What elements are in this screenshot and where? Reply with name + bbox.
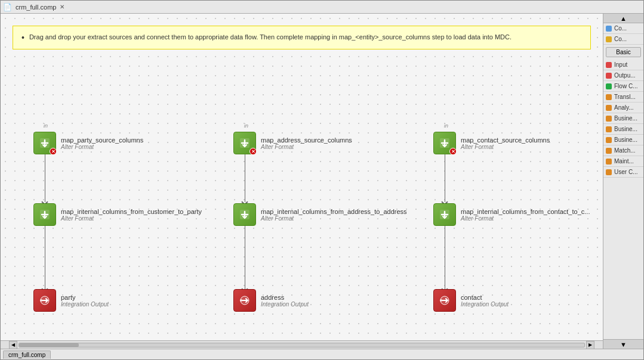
panel-item-busi2-label: Busine...	[614, 126, 637, 132]
panel-item-co2[interactable]: Co...	[603, 34, 643, 45]
node-label-9: contact Integration Output	[461, 294, 509, 308]
connector-line-3	[245, 154, 245, 202]
node-name-8: map_internal_columns_from_contact_to_c..…	[461, 208, 590, 215]
output-icon-3	[438, 294, 451, 307]
tab-close-button[interactable]: ✕	[60, 4, 64, 10]
svg-point-3	[40, 299, 42, 302]
node-name-5: map_internal_columns_from_address_to_add…	[261, 208, 407, 215]
bullet-icon: •	[21, 33, 24, 42]
match-dot	[606, 148, 612, 154]
panel-item-busi1[interactable]: Busine...	[603, 113, 643, 124]
node-contact-output[interactable]: contact Integration Output	[433, 289, 509, 312]
node-type-7: Alter Format	[461, 144, 550, 150]
node-party-output[interactable]: party Integration Output	[33, 289, 109, 312]
error-badge: ✕	[50, 148, 57, 155]
node-icon-green-6	[433, 203, 456, 226]
alter-format-icon	[38, 136, 51, 150]
node-label-4: map_address_source_columns Alter Format	[261, 136, 352, 150]
svg-point-7	[240, 299, 242, 302]
node-address-output[interactable]: address Integration Output	[233, 289, 309, 312]
panel-item-busi2[interactable]: Busine...	[603, 124, 643, 135]
connector-line-2	[45, 226, 45, 289]
node-label: map_party_source_columns Alter Format	[61, 136, 143, 150]
panel-item-busi3[interactable]: Busine...	[603, 135, 643, 145]
panel-item-transl-label: Transl...	[614, 94, 636, 100]
node-map-internal-contact[interactable]: map_internal_columns_from_contact_to_c..…	[433, 203, 590, 226]
node-name-3: party	[61, 294, 109, 301]
panel-item-flow[interactable]: Flow C...	[603, 81, 643, 92]
alter-format-icon-6	[438, 208, 451, 221]
node-map-internal-party[interactable]: map_internal_columns_from_customer_to_pa…	[33, 203, 202, 226]
output-dot	[606, 73, 612, 79]
user-dot	[606, 169, 612, 175]
panel-item-analy[interactable]: Analy...	[603, 103, 643, 113]
node-icon-green: ✕	[33, 132, 56, 154]
panel-item-match-label: Match...	[614, 147, 636, 154]
panel-item-co1[interactable]: Co...	[603, 23, 643, 34]
node-map-contact-source[interactable]: ✕ map_contact_source_columns Alter Forma…	[433, 132, 550, 154]
alter-format-icon-2	[38, 208, 51, 221]
panel-item-maint[interactable]: Maint...	[603, 156, 643, 167]
scrollbar-thumb-h	[19, 343, 79, 347]
panel-scroll-up-button[interactable]: ▲	[603, 14, 643, 23]
panel-item-co2-label: Co...	[614, 36, 627, 42]
node-icon-green-2	[33, 203, 56, 226]
busi2-dot	[606, 126, 612, 132]
node-icon-red-2	[233, 289, 256, 312]
scroll-left-button[interactable]: ◀	[9, 341, 17, 349]
bottom-bar: crm_full.comp	[1, 349, 643, 359]
horizontal-scrollbar[interactable]: ◀ ▶	[1, 340, 603, 349]
node-name-9: contact	[461, 294, 509, 301]
panel-item-co1-label: Co...	[614, 25, 627, 32]
main-canvas[interactable]: • Drag and drop your extract sources and…	[1, 14, 603, 349]
node-type-2: Alter Format	[61, 215, 202, 222]
node-map-party-source[interactable]: ✕ map_party_source_columns Alter Format	[33, 132, 143, 154]
node-type-6: Integration Output	[261, 301, 309, 308]
node-type-3: Integration Output	[61, 301, 109, 308]
node-label-7: map_contact_source_columns Alter Format	[461, 136, 550, 150]
right-panel: ▲ Co... Co... Basic Input Outpu...	[603, 14, 643, 349]
connector-line	[45, 154, 45, 202]
panel-item-maint-label: Maint...	[614, 158, 634, 165]
node-map-internal-address[interactable]: map_internal_columns_from_address_to_add…	[233, 203, 407, 226]
co2-dot	[606, 36, 612, 42]
node-name-7: map_contact_source_columns	[461, 136, 550, 144]
node-name-4: map_address_source_columns	[261, 136, 352, 144]
node-label-5: map_internal_columns_from_address_to_add…	[261, 208, 407, 222]
co1-dot	[606, 26, 612, 32]
node-name-2: map_internal_columns_from_customer_to_pa…	[61, 208, 202, 215]
panel-item-user[interactable]: User C...	[603, 167, 643, 178]
panel-item-transl[interactable]: Transl...	[603, 92, 643, 103]
panel-item-output[interactable]: Outpu...	[603, 70, 643, 81]
panel-item-match[interactable]: Match...	[603, 145, 643, 156]
input-dot	[606, 62, 612, 68]
alter-format-icon-5	[438, 136, 451, 150]
panel-item-flow-label: Flow C...	[614, 83, 637, 89]
analy-dot	[606, 105, 612, 111]
busi3-dot	[606, 137, 612, 143]
node-type: Alter Format	[61, 144, 143, 150]
in-label-address: in	[244, 123, 248, 129]
svg-point-11	[440, 299, 442, 302]
flow-dot	[606, 83, 612, 89]
bottom-tab[interactable]: crm_full.comp	[3, 350, 51, 359]
panel-item-analy-label: Analy...	[614, 104, 634, 111]
content-area: • Drag and drop your extract sources and…	[1, 14, 643, 349]
alter-format-icon-3	[238, 136, 251, 150]
error-badge-2: ✕	[249, 148, 257, 155]
alter-format-icon-4	[238, 208, 251, 221]
output-icon	[38, 294, 51, 307]
maint-dot	[606, 159, 612, 165]
basic-button[interactable]: Basic	[606, 47, 641, 57]
banner-text: Drag and drop your extract sources and c…	[29, 33, 511, 41]
connector-line-6	[445, 226, 445, 289]
connector-line-5	[445, 154, 445, 202]
panel-scroll-down-button[interactable]: ▼	[603, 339, 643, 349]
file-icon: 📄	[3, 3, 12, 11]
scroll-right-button[interactable]: ▶	[586, 341, 594, 349]
panel-item-input[interactable]: Input	[603, 60, 643, 70]
node-icon-green-4	[233, 203, 256, 226]
in-label-party: in	[44, 123, 48, 129]
node-map-address-source[interactable]: ✕ map_address_source_columns Alter Forma…	[233, 132, 352, 154]
node-name-6: address	[261, 294, 309, 301]
